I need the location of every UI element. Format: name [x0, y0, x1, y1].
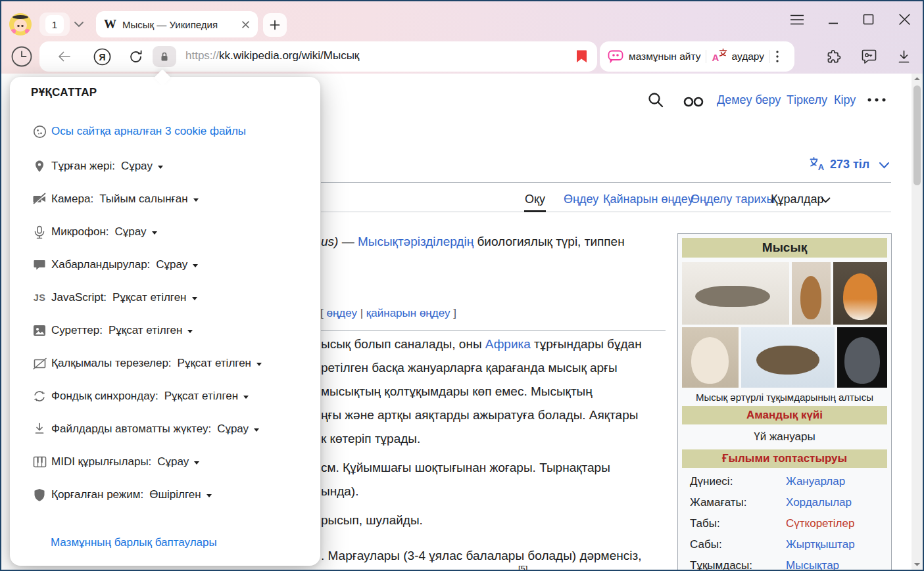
site-permissions-button[interactable]	[153, 46, 176, 67]
permission-value-dropdown[interactable]: Рұқсат етілген	[178, 357, 262, 370]
dropdown-caret-icon	[152, 231, 157, 235]
donate-link[interactable]: Демеу беру	[717, 93, 781, 107]
taxonomy-value-link[interactable]: Мысықтар	[786, 559, 839, 571]
all-content-settings-link[interactable]: Мазмұнның барлық баптаулары	[51, 536, 217, 549]
header-ellipsis-icon[interactable]	[867, 97, 888, 103]
passwords-chat-icon[interactable]	[860, 49, 878, 65]
paragraph-line: ында).	[321, 484, 358, 499]
tab-counter[interactable]: 1	[39, 12, 70, 36]
permission-row: Фондық синхрондау: Рұқсат етілген	[32, 388, 249, 404]
scrollbar-up-icon[interactable]	[912, 76, 923, 82]
language-chevron-icon[interactable]	[879, 162, 890, 170]
browser-chrome: 1 W Мысық — Уикипедия Я https://kk.wikip…	[0, 0, 924, 74]
glasses-icon[interactable]	[683, 96, 705, 108]
url-scheme: https://	[185, 49, 219, 62]
tabs-chevron-down-icon[interactable]	[74, 21, 84, 29]
permission-value-dropdown[interactable]: Сұрау	[217, 423, 259, 436]
edit-source-link[interactable]: қайнарын өңдеу	[366, 307, 450, 319]
active-tab[interactable]: W Мысық — Уикипедия	[96, 11, 258, 37]
permission-value-dropdown[interactable]: Рұқсат етілген	[164, 390, 249, 403]
permission-value: Рұқсат етілген	[164, 390, 238, 403]
intro-rest: биологиялық түрі, типпен	[474, 235, 624, 248]
profile-avatar[interactable]	[9, 13, 32, 35]
tab-read[interactable]: Оқу	[525, 193, 545, 206]
taxonomy-value-link[interactable]: Хордалылар	[786, 496, 852, 509]
taxonomy-value-link[interactable]: Жыртқыштар	[786, 538, 855, 551]
language-selector[interactable]: 273 тіл	[830, 158, 869, 171]
taxonomy-value-link[interactable]: Жануарлар	[786, 475, 845, 488]
classification-header: Ғылыми топтастыруы	[682, 449, 887, 468]
url-text[interactable]: https://kk.wikipedia.org/wiki/Мысық	[185, 49, 359, 62]
section-heading-divider	[321, 330, 666, 331]
tools-chevron-icon[interactable]	[821, 197, 831, 204]
permission-value: Сұрау	[217, 423, 249, 436]
taxobox-caption: Мысық әртүрлі тұқымдарының алтысы	[682, 392, 887, 403]
tab-close-icon[interactable]	[241, 20, 250, 29]
permission-value: Сұрау	[157, 455, 189, 468]
menu-hamburger-icon[interactable]	[790, 14, 804, 26]
paragraph-line: см. Құйымшағы шоқтығынан жоғары. Тырнақт…	[321, 461, 610, 475]
page-scrollbar[interactable]	[912, 74, 923, 570]
permission-value: Рұқсат етілген	[112, 291, 186, 304]
history-clock-icon[interactable]	[11, 45, 33, 68]
permission-label: Микрофон:	[51, 225, 109, 239]
language-icon[interactable]: A	[809, 156, 826, 173]
tab-counter-value[interactable]: 1	[45, 15, 64, 34]
page-title-divider	[321, 182, 891, 183]
cat-photo-tabby-snow[interactable]	[741, 327, 835, 388]
permission-value-dropdown[interactable]: Рұқсат етілген	[109, 324, 193, 337]
read-aloud-button[interactable]: мазмұнын айту	[629, 51, 700, 62]
scrollbar-down-icon[interactable]	[912, 561, 923, 568]
login-link[interactable]: Кіру	[834, 93, 856, 107]
permission-value-dropdown[interactable]: Өшірілген	[149, 488, 211, 501]
cat-photo-tabby-shelf[interactable]	[682, 262, 789, 325]
taxonomy-rank: Дүниесі:	[690, 475, 786, 488]
yandex-logo-icon[interactable]: Я	[93, 48, 111, 66]
minimize-icon[interactable]	[828, 14, 839, 25]
midi-icon	[32, 456, 47, 468]
paragraph-line: мысықтың қолтұқымдары көп емес. Мысықтың	[321, 384, 593, 399]
maximize-icon[interactable]	[863, 14, 874, 25]
permission-value: Рұқсат етілген	[109, 324, 182, 337]
tab-history[interactable]: Өңделу тарихы	[691, 193, 775, 206]
tab-tools[interactable]: Құралдар	[771, 193, 824, 206]
cat-photo-abyssinian[interactable]	[792, 262, 831, 325]
register-link[interactable]: Тіркелу	[787, 93, 827, 107]
cat-photo-orange-white[interactable]	[833, 262, 887, 325]
reference-link[interactable]: [5]	[518, 564, 527, 571]
permission-value-dropdown[interactable]: Сұрау	[156, 258, 198, 271]
taxonomy-value-redlink[interactable]: Сүткоретілер	[786, 517, 854, 530]
more-options-kebab-icon[interactable]	[775, 50, 779, 63]
downloads-icon[interactable]	[896, 49, 912, 65]
tab-edit-source[interactable]: Қайнарын өңдеу	[603, 193, 694, 206]
cat-photo-grey[interactable]	[837, 327, 887, 388]
extensions-puzzle-icon[interactable]	[825, 49, 842, 66]
bookmark-flag-icon[interactable]	[574, 49, 589, 64]
permission-value-dropdown[interactable]: Сұрау	[121, 160, 163, 173]
back-arrow-icon[interactable]	[57, 49, 72, 64]
taxonomy-row: Жамағаты:Хордалылар	[682, 492, 887, 513]
new-tab-button[interactable]	[263, 13, 287, 37]
felidae-link[interactable]: Мысықтәрізділердің	[358, 235, 474, 248]
translate-icon: А	[712, 50, 726, 63]
edit-link[interactable]: өңдеу	[326, 307, 357, 319]
permission-value-dropdown[interactable]: Сұрау	[157, 455, 199, 468]
edit-separator: |	[357, 307, 366, 319]
translate-button[interactable]: аудару	[731, 51, 764, 62]
tab-edit[interactable]: Өңдеу	[564, 193, 598, 206]
cat-photo-siamese[interactable]	[682, 327, 739, 388]
address-bar[interactable]: Я https://kk.wikipedia.org/wiki/Мысық	[39, 41, 597, 72]
search-icon[interactable]	[647, 91, 665, 109]
cookies-row: Осы сайтқа арналған 3 cookie файлы	[32, 124, 246, 139]
africa-link[interactable]: Африка	[485, 337, 531, 351]
avatar-bow-left	[11, 29, 16, 34]
permission-label: Камера:	[51, 193, 93, 206]
permission-value-dropdown[interactable]: Рұқсат етілген	[112, 291, 197, 304]
refresh-icon[interactable]	[128, 49, 144, 65]
cookies-link[interactable]: Осы сайтқа арналған 3 cookie файлы	[51, 125, 246, 138]
permission-value-dropdown[interactable]: Сұрау	[115, 225, 157, 239]
microphone-icon	[32, 225, 47, 239]
permission-value-dropdown[interactable]: Тыйым салынған	[99, 193, 199, 206]
scrollbar-thumb[interactable]	[913, 85, 921, 185]
close-window-icon[interactable]	[898, 13, 911, 26]
